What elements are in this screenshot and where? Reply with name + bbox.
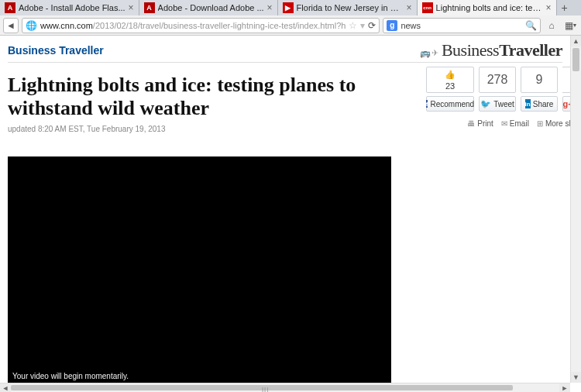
tab-label: Adobe - Download Adobe ... [158, 3, 264, 12]
gplus-count-box[interactable] [562, 67, 570, 93]
fb-like-count-box[interactable]: 👍 23 [426, 67, 474, 93]
close-icon[interactable]: × [407, 2, 412, 13]
reload-icon[interactable]: ⟳ [368, 20, 376, 31]
print-button[interactable]: 🖶 Print [467, 119, 493, 128]
search-icon[interactable]: 🔍 [525, 20, 537, 31]
dropdown-icon[interactable]: ▾ [360, 20, 365, 31]
share-counts-row: 👍 23 278 9 [426, 67, 570, 93]
twitter-icon: 🐦 [480, 99, 491, 109]
article-utility-row: 🖶 Print ✉ Email ⊞ More sh [467, 119, 570, 128]
video-status-text: Your video will begin momentarily. [12, 372, 129, 380]
vertical-scrollbar[interactable]: ▲ ▼ [570, 36, 581, 383]
horizontal-scrollbar[interactable]: ◄ ||| ► [0, 383, 570, 392]
facebook-icon: f [426, 100, 428, 108]
url-host: www.cnn.com [40, 21, 93, 30]
thumbs-up-icon: 👍 [445, 70, 456, 80]
bookmark-star-icon[interactable]: ☆ [349, 20, 357, 31]
url-path: /2013/02/18/travel/business-traveller-li… [93, 21, 346, 30]
tweet-button[interactable]: 🐦 Tweet [479, 96, 516, 112]
browser-search-box[interactable]: g news 🔍 [383, 18, 541, 33]
article-headline: Lightning bolts and ice: testing planes … [8, 74, 372, 120]
google-engine-icon[interactable]: g [387, 20, 397, 31]
gplus-icon: g+ [562, 99, 570, 108]
tweet-label: Tweet [493, 100, 514, 108]
section-header: Business Traveller 🚌 ✈BusinessTraveller [8, 40, 562, 63]
browser-tab-3[interactable]: cnn Lightning bolts and ice: test... × [418, 0, 557, 15]
browser-tab-2[interactable]: ▶ Florida to New Jersey in 15... × [278, 0, 418, 15]
menu-button[interactable]: ▦ ▾ [562, 18, 578, 33]
email-icon: ✉ [501, 119, 507, 128]
section-link[interactable]: Business Traveller [8, 44, 104, 57]
vertical-scroll-thumb[interactable] [572, 48, 579, 71]
browser-tabstrip: A Adobe - Install Adobe Flas... × A Adob… [0, 0, 581, 15]
tab-label: Florida to New Jersey in 15... [297, 3, 404, 12]
scroll-grip-icon: ||| [262, 386, 270, 390]
page-viewport: Business Traveller 🚌 ✈BusinessTraveller … [0, 36, 570, 383]
close-icon[interactable]: × [267, 2, 273, 13]
arrow-left-icon: ◄ [6, 20, 15, 31]
youtube-favicon-icon: ▶ [283, 2, 294, 13]
video-player[interactable]: Your video will begin momentarily. [8, 156, 391, 383]
tweet-count-box[interactable]: 278 [479, 67, 516, 93]
more-icon: ⊞ [537, 119, 543, 128]
fb-like-count: 23 [445, 81, 455, 91]
cnn-favicon-icon: cnn [422, 2, 433, 13]
more-label: More sh [545, 119, 570, 128]
browser-tab-0[interactable]: A Adobe - Install Adobe Flas... × [0, 0, 139, 15]
home-button[interactable]: ⌂ [544, 18, 559, 33]
email-label: Email [510, 119, 529, 128]
menu-grid-icon: ▦ [565, 20, 573, 31]
horizontal-scroll-track[interactable]: ||| [11, 385, 559, 390]
share-label: Share [533, 100, 554, 108]
search-query: news [401, 21, 522, 30]
share-column: 👍 23 278 9 f Recommend [426, 67, 570, 112]
brand-logo: 🚌 ✈BusinessTraveller [420, 40, 562, 60]
tab-label: Adobe - Install Adobe Flas... [19, 3, 125, 12]
share-buttons-row: f Recommend 🐦 Tweet in Share g+ [426, 96, 570, 112]
fb-recommend-button[interactable]: f Recommend [426, 96, 474, 112]
new-tab-button[interactable]: + [557, 0, 572, 15]
chevron-down-icon: ▾ [573, 22, 576, 29]
tab-label: Lightning bolts and ice: test... [436, 3, 543, 12]
scroll-down-button[interactable]: ▼ [571, 372, 581, 383]
url-text: www.cnn.com/2013/02/18/travel/business-t… [40, 21, 346, 30]
scroll-left-button[interactable]: ◄ [0, 383, 11, 392]
globe-icon: 🌐 [26, 20, 37, 31]
horizontal-scroll-thumb[interactable]: ||| [11, 385, 513, 390]
linkedin-share-button[interactable]: in Share [521, 96, 558, 112]
back-button[interactable]: ◄ [3, 18, 19, 33]
email-button[interactable]: ✉ Email [501, 119, 529, 128]
print-icon: 🖶 [467, 119, 475, 128]
linkedin-icon: in [525, 99, 531, 108]
browser-navbar: ◄ 🌐 www.cnn.com/2013/02/18/travel/busine… [0, 15, 581, 36]
adobe-favicon-icon: A [5, 2, 15, 13]
linkedin-count-box[interactable]: 9 [521, 67, 558, 93]
adobe-favicon-icon: A [144, 2, 155, 13]
gplus-share-button[interactable]: g+ [562, 96, 570, 112]
gplus-icon [566, 75, 569, 84]
scroll-up-button[interactable]: ▲ [571, 36, 581, 46]
recommend-label: Recommend [430, 100, 474, 108]
brand-thin: Business [442, 40, 499, 60]
article-page: Business Traveller 🚌 ✈BusinessTraveller … [0, 36, 570, 383]
transport-icons: 🚌 ✈ [420, 48, 438, 57]
brand-bold: Traveller [499, 40, 562, 60]
scroll-right-button[interactable]: ► [559, 383, 570, 392]
print-label: Print [477, 119, 493, 128]
home-icon: ⌂ [548, 20, 554, 31]
linkedin-count: 9 [536, 73, 543, 87]
close-icon[interactable]: × [546, 2, 552, 13]
more-share-button[interactable]: ⊞ More sh [537, 119, 570, 128]
browser-tab-1[interactable]: A Adobe - Download Adobe ... × [139, 0, 278, 15]
tweet-count: 278 [487, 73, 508, 87]
url-bar[interactable]: 🌐 www.cnn.com/2013/02/18/travel/business… [22, 18, 380, 33]
close-icon[interactable]: × [129, 2, 134, 13]
